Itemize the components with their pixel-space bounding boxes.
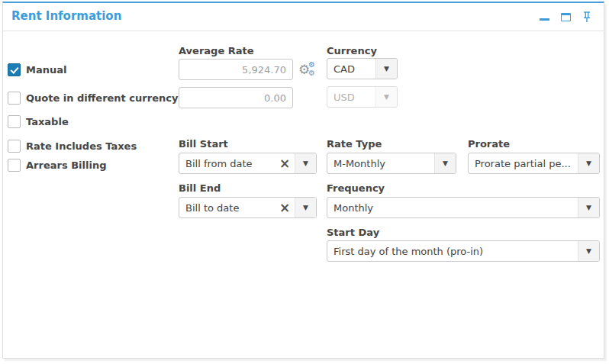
bill-end-value: Bill to date bbox=[179, 202, 275, 214]
average-rate-input[interactable] bbox=[179, 59, 293, 80]
rent-information-panel: Rent Information Manual Quote in differe… bbox=[2, 2, 604, 359]
taxable-checkbox-label[interactable]: Taxable bbox=[26, 116, 69, 127]
checkbox-row-taxable: Taxable bbox=[8, 115, 69, 128]
quote-different-currency-label[interactable]: Quote in different currency bbox=[26, 92, 178, 104]
bill-start-label: Bill Start bbox=[179, 138, 228, 150]
prorate-value: Prorate partial pe... bbox=[469, 158, 578, 169]
dropdown-arrow-icon bbox=[578, 241, 599, 261]
currency-select-value: CAD bbox=[327, 63, 375, 75]
pin-icon[interactable] bbox=[582, 11, 591, 23]
bill-end-label: Bill End bbox=[179, 182, 221, 194]
manual-checkbox-label[interactable]: Manual bbox=[26, 64, 66, 76]
restore-window-icon[interactable] bbox=[561, 13, 571, 21]
average-rate-label: Average Rate bbox=[179, 45, 254, 56]
bill-start-combobox[interactable]: Bill from date bbox=[179, 153, 317, 174]
dropdown-arrow-icon bbox=[578, 153, 599, 173]
frequency-value: Monthly bbox=[327, 202, 578, 214]
checkbox-row-quote-currency: Quote in different currency bbox=[8, 92, 178, 105]
checkbox-row-arrears-billing: Arrears Billing bbox=[8, 159, 106, 172]
prorate-label: Prorate bbox=[468, 138, 510, 150]
checkbox-row-rate-includes-taxes: Rate Includes Taxes bbox=[8, 140, 137, 153]
dropdown-arrow-icon bbox=[295, 198, 316, 217]
quote-amount-input[interactable] bbox=[179, 87, 293, 108]
start-day-select[interactable]: First day of the month (pro-in) bbox=[327, 240, 600, 262]
dropdown-arrow-icon bbox=[578, 198, 599, 217]
manual-checkbox[interactable] bbox=[8, 63, 21, 76]
minimize-icon[interactable] bbox=[540, 18, 549, 21]
quote-currency-select: USD bbox=[327, 86, 398, 108]
clear-icon[interactable] bbox=[275, 153, 295, 173]
gears-icon[interactable] bbox=[298, 63, 315, 79]
quote-currency-select-value: USD bbox=[327, 92, 375, 103]
bill-start-value: Bill from date bbox=[179, 158, 275, 169]
rate-includes-taxes-checkbox[interactable] bbox=[8, 140, 21, 153]
page-title: Rent Information bbox=[11, 9, 121, 23]
clear-icon[interactable] bbox=[275, 198, 295, 217]
bill-end-combobox[interactable]: Bill to date bbox=[179, 197, 317, 218]
dropdown-arrow-icon bbox=[434, 153, 456, 173]
rate-type-select[interactable]: M-Monthly bbox=[327, 153, 456, 174]
start-day-label: Start Day bbox=[327, 227, 379, 238]
rate-includes-taxes-label[interactable]: Rate Includes Taxes bbox=[26, 140, 137, 152]
panel-header: Rent Information bbox=[3, 3, 604, 31]
start-day-value: First day of the month (pro-in) bbox=[327, 246, 578, 257]
frequency-label: Frequency bbox=[327, 182, 385, 194]
rate-type-label: Rate Type bbox=[327, 138, 382, 150]
arrears-billing-label[interactable]: Arrears Billing bbox=[26, 159, 106, 171]
prorate-select[interactable]: Prorate partial pe... bbox=[468, 153, 600, 174]
currency-select[interactable]: CAD bbox=[327, 58, 398, 79]
frequency-select[interactable]: Monthly bbox=[327, 197, 600, 218]
checkbox-row-manual: Manual bbox=[8, 63, 66, 76]
currency-label: Currency bbox=[327, 45, 377, 56]
dropdown-arrow-icon bbox=[375, 59, 397, 79]
taxable-checkbox[interactable] bbox=[8, 115, 21, 128]
dropdown-arrow-icon bbox=[375, 87, 397, 107]
dropdown-arrow-icon bbox=[295, 153, 316, 173]
rate-type-value: M-Monthly bbox=[327, 158, 434, 169]
arrears-billing-checkbox[interactable] bbox=[8, 159, 21, 172]
header-icon-group bbox=[540, 3, 591, 31]
quote-different-currency-checkbox[interactable] bbox=[8, 92, 21, 105]
